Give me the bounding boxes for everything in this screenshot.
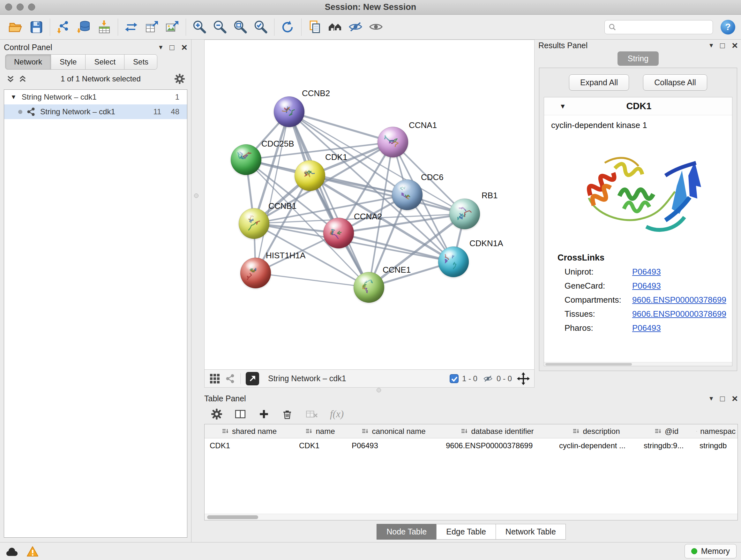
zoom-fit-button[interactable] xyxy=(230,17,251,37)
show-items-button[interactable] xyxy=(366,17,387,37)
crosslink-link-pharos[interactable]: P06493 xyxy=(632,323,661,333)
crosslink-link-tissues[interactable]: 9606.ENSP00000378699 xyxy=(632,309,726,319)
network-node-ccna2[interactable] xyxy=(323,218,354,248)
minimize-window-button[interactable] xyxy=(17,3,23,10)
panel-collapse-icon[interactable]: ▾ xyxy=(710,394,713,402)
open-session-button[interactable] xyxy=(6,17,26,37)
document-copy-button[interactable] xyxy=(305,17,325,37)
network-node-ccnb1[interactable] xyxy=(239,208,269,239)
left-splitter-handle[interactable] xyxy=(194,193,199,198)
expand-all-button[interactable]: Expand All xyxy=(569,74,629,91)
results-scrollbar[interactable] xyxy=(544,362,732,366)
export-image-button[interactable] xyxy=(162,17,183,37)
crosslink-link-compartments[interactable]: 9606.ENSP00000378699 xyxy=(632,295,726,305)
splitter-handle[interactable] xyxy=(377,388,381,392)
close-window-button[interactable] xyxy=(5,3,12,10)
tab-network-table[interactable]: Network Table xyxy=(495,524,566,540)
column-header-namespace[interactable]: namespac xyxy=(694,424,738,438)
gene-header-row[interactable]: ▼ CDK1 xyxy=(544,98,732,115)
column-header-name[interactable]: name xyxy=(294,424,347,438)
network-node-ccnb2[interactable] xyxy=(274,97,305,127)
network-node-cdkn1a[interactable] xyxy=(438,246,469,277)
function-builder-button[interactable]: f(x) xyxy=(330,408,344,420)
crosslink-link-genecard[interactable]: P06493 xyxy=(632,281,661,291)
refresh-layout-button[interactable] xyxy=(278,17,298,37)
network-options-button[interactable] xyxy=(175,74,185,84)
eye-slash-icon[interactable] xyxy=(482,374,493,383)
network-node-ccne1[interactable] xyxy=(354,272,384,303)
zoom-in-button[interactable] xyxy=(189,17,210,37)
network-node-ccna1[interactable] xyxy=(378,127,408,158)
tab-edge-table[interactable]: Edge Table xyxy=(436,524,496,540)
hide-items-button[interactable] xyxy=(346,17,366,37)
maximize-window-button[interactable] xyxy=(28,3,35,10)
column-header-database-identifier[interactable]: database identifier xyxy=(441,424,554,438)
network-node-cdk1[interactable] xyxy=(294,160,325,191)
delete-column-button[interactable] xyxy=(281,408,293,420)
tab-select[interactable]: Select xyxy=(85,54,125,70)
import-table-button[interactable] xyxy=(94,17,115,37)
network-node-cdc25b[interactable] xyxy=(231,144,261,175)
grid-view-button[interactable] xyxy=(209,373,220,384)
export-table-button[interactable] xyxy=(142,17,162,37)
column-header-canonical-name[interactable]: canonical name xyxy=(347,424,441,438)
help-button[interactable]: ? xyxy=(721,20,735,35)
import-network-database-button[interactable] xyxy=(74,17,94,37)
network-node-rb1[interactable] xyxy=(449,199,480,229)
panel-close-icon[interactable]: × xyxy=(181,42,187,52)
pan-tool-button[interactable] xyxy=(517,372,530,385)
results-scrollbar-thumb[interactable] xyxy=(545,363,632,366)
network-node-hist1h1a[interactable] xyxy=(240,258,271,288)
column-header-id[interactable]: @id xyxy=(638,424,694,438)
expand-all-networks-button[interactable] xyxy=(6,75,15,83)
houses-button[interactable] xyxy=(325,17,346,37)
warnings-button[interactable] xyxy=(26,545,39,557)
crosslink-link-uniprot[interactable]: P06493 xyxy=(632,267,661,277)
birdseye-view-button[interactable] xyxy=(246,372,259,385)
table-row[interactable]: CDK1 CDK1 P06493 9606.ENSP00000378699 cy… xyxy=(205,438,738,453)
tab-sets[interactable]: Sets xyxy=(124,54,157,70)
network-canvas[interactable]: CCNB2CCNA1CDC25BCDK1CDC6RB1CCNB1CCNA2CDK… xyxy=(204,40,535,370)
column-header-shared-name[interactable]: shared name xyxy=(205,424,294,438)
memory-button[interactable]: Memory xyxy=(684,544,737,558)
database-import-icon xyxy=(76,19,91,35)
network-node-label-cdkn1a: CDKN1A xyxy=(469,239,503,248)
table-horizontal-scrollbar[interactable] xyxy=(205,514,738,520)
tab-string[interactable]: String xyxy=(617,51,659,66)
network-row-selected[interactable]: String Network – cdk1 11 48 xyxy=(4,105,187,119)
panel-collapse-icon[interactable]: ▾ xyxy=(710,41,713,50)
scrollbar-thumb[interactable] xyxy=(207,515,258,519)
search-input[interactable] xyxy=(619,22,709,32)
panel-close-icon[interactable]: × xyxy=(732,393,738,403)
collapse-all-button[interactable]: Collapse All xyxy=(643,74,707,91)
tab-node-table[interactable]: Node Table xyxy=(377,524,436,540)
zoom-selected-button[interactable] xyxy=(251,17,271,37)
sort-column-icon xyxy=(306,428,313,435)
delete-table-button-disabled[interactable] xyxy=(305,409,318,420)
tab-style[interactable]: Style xyxy=(51,54,85,70)
save-session-button[interactable] xyxy=(26,17,47,37)
checkbox-icon[interactable] xyxy=(449,374,459,383)
network-collection-row[interactable]: ▼ String Network – cdk1 1 xyxy=(4,90,187,105)
import-network-file-button[interactable] xyxy=(53,17,74,37)
panel-float-icon[interactable]: □ xyxy=(720,394,725,403)
add-column-button[interactable] xyxy=(259,409,269,420)
zoom-out-button[interactable] xyxy=(210,17,230,37)
tree-expander-icon[interactable]: ▼ xyxy=(10,94,17,101)
network-view-share-button[interactable] xyxy=(226,374,235,383)
collapse-all-networks-button[interactable] xyxy=(18,75,27,83)
cell-id: stringdb:9... xyxy=(638,438,694,453)
tab-network[interactable]: Network xyxy=(5,54,51,70)
network-node-cdc6[interactable] xyxy=(392,179,422,210)
panel-float-icon[interactable]: □ xyxy=(170,43,174,52)
select-columns-button[interactable] xyxy=(234,408,246,420)
table-options-button[interactable] xyxy=(211,409,222,420)
gene-expander-icon[interactable]: ▼ xyxy=(559,103,566,110)
column-header-description[interactable]: description xyxy=(554,424,638,438)
panel-float-icon[interactable]: □ xyxy=(720,41,725,50)
cloud-status-button[interactable] xyxy=(4,545,19,557)
new-network-from-selection-button[interactable] xyxy=(121,17,142,37)
panel-close-icon[interactable]: × xyxy=(732,40,738,51)
horizontal-splitter[interactable] xyxy=(204,388,738,393)
panel-collapse-icon[interactable]: ▾ xyxy=(159,43,162,51)
